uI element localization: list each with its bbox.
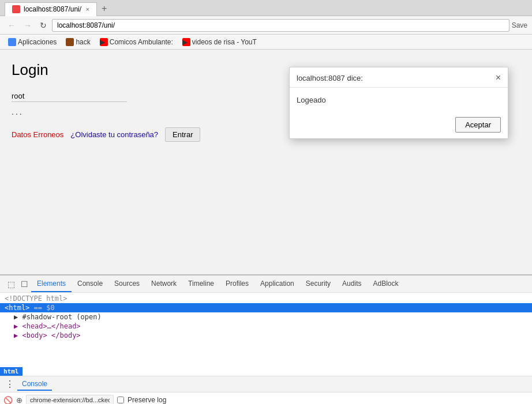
alert-dialog: localhost:8087 dice: × Logeado Aceptar	[289, 67, 508, 139]
tab-sources[interactable]: Sources	[108, 275, 145, 292]
head-tag: ▶ <head>…</head>	[14, 322, 81, 330]
bookmark-videos[interactable]: ▶ videos de risa - YouT	[179, 37, 260, 47]
bookmark-apps-label: Aplicaciones	[18, 38, 57, 46]
page-content: Login ··· Datos Erroneos ¿Olvidaste tu c…	[0, 50, 532, 274]
tab-profiles[interactable]: Profiles	[220, 275, 254, 292]
dialog-overlay: localhost:8087 dice: × Logeado Aceptar	[0, 50, 532, 274]
block-icon[interactable]: 🚫	[3, 396, 13, 405]
tab-security[interactable]: Security	[300, 275, 336, 292]
dialog-accept-button[interactable]: Aceptar	[455, 117, 501, 133]
preserve-log-label[interactable]: Preserve log	[128, 396, 166, 404]
shadow-root-line[interactable]: ▶ #shadow-root (open)	[0, 312, 532, 322]
nav-bar: ← → ↻ Save	[0, 16, 532, 35]
preserve-log-checkbox[interactable]	[117, 397, 124, 403]
dialog-body: Logeado	[290, 88, 508, 112]
console-bar: ⋮ Console	[0, 376, 532, 392]
tab-title: localhost:8087/uni/	[24, 5, 81, 13]
filter-icon[interactable]: ⊕	[16, 396, 23, 405]
tab-bar: localhost:8087/uni/ × +	[0, 0, 532, 16]
dialog-header: localhost:8087 dice: ×	[290, 67, 508, 88]
tab-console[interactable]: Console	[72, 275, 108, 292]
new-tab-button[interactable]: +	[97, 1, 111, 16]
apps-favicon	[8, 38, 16, 46]
dialog-message: Logeado	[297, 96, 326, 104]
comicos-favicon: ▶	[100, 38, 108, 46]
dialog-footer: Aceptar	[290, 112, 508, 138]
bookmark-hack-label: hack	[76, 38, 90, 46]
dialog-close-button[interactable]: ×	[496, 73, 501, 82]
dollar-zero-label: == $0	[34, 304, 55, 312]
tab-adblock[interactable]: AdBlock	[367, 275, 404, 292]
url-filter-input[interactable]	[26, 395, 114, 404]
html-line[interactable]: <html> == $0	[0, 303, 532, 312]
save-button[interactable]: Save	[512, 21, 527, 29]
console-more-button[interactable]: ⋮	[2, 377, 17, 391]
tab-network[interactable]: Network	[145, 275, 182, 292]
bookmark-hack[interactable]: hack	[62, 37, 93, 47]
doctype-line: <!DOCTYPE html>	[0, 294, 532, 303]
reload-button[interactable]: ↻	[37, 19, 50, 32]
bookmark-comicos-label: Comicos Ambulante:	[110, 38, 173, 46]
bookmark-apps[interactable]: Aplicaciones	[5, 37, 60, 47]
tab-elements[interactable]: Elements	[31, 275, 72, 292]
videos-favicon: ▶	[182, 38, 190, 46]
devtools-inspect-icon[interactable]: ⬚	[5, 278, 18, 290]
dialog-title: localhost:8087 dice:	[297, 74, 363, 82]
devtools-tab-bar: ⬚ ☐ Elements Console Sources Network Tim…	[0, 275, 532, 293]
body-line[interactable]: ▶ <body> </body>	[0, 331, 532, 340]
tab-audits[interactable]: Audits	[336, 275, 367, 292]
html-tag: <html>	[5, 304, 29, 312]
console-tab-label[interactable]: Console	[17, 378, 52, 391]
bookmarks-bar: Aplicaciones hack ▶ Comicos Ambulante: ▶…	[0, 35, 532, 50]
devtools-panel: ⬚ ☐ Elements Console Sources Network Tim…	[0, 274, 532, 404]
hack-favicon	[66, 38, 74, 46]
address-bar[interactable]	[52, 19, 509, 32]
back-button[interactable]: ←	[5, 19, 18, 32]
tab-timeline[interactable]: Timeline	[182, 275, 220, 292]
devtools-device-icon[interactable]: ☐	[18, 278, 31, 290]
html-badge: html	[0, 367, 23, 376]
head-line[interactable]: ▶ <head>…</head>	[0, 322, 532, 331]
active-tab[interactable]: localhost:8087/uni/ ×	[5, 2, 97, 16]
console-filter-row: 🚫 ⊕ Preserve log	[0, 392, 532, 404]
tab-close-button[interactable]: ×	[86, 6, 89, 13]
elements-panel: <!DOCTYPE html> <html> == $0 ▶ #shadow-r…	[0, 293, 532, 376]
tab-favicon	[12, 5, 20, 13]
shadow-root-text: ▶ #shadow-root (open)	[14, 313, 102, 321]
doctype-text: <!DOCTYPE html>	[5, 294, 67, 303]
tab-application[interactable]: Application	[254, 275, 300, 292]
body-tag: ▶ <body> </body>	[14, 331, 81, 339]
forward-button[interactable]: →	[21, 19, 35, 32]
bookmark-comicos[interactable]: ▶ Comicos Ambulante:	[96, 37, 177, 47]
bookmark-videos-label: videos de risa - YouT	[192, 38, 257, 46]
